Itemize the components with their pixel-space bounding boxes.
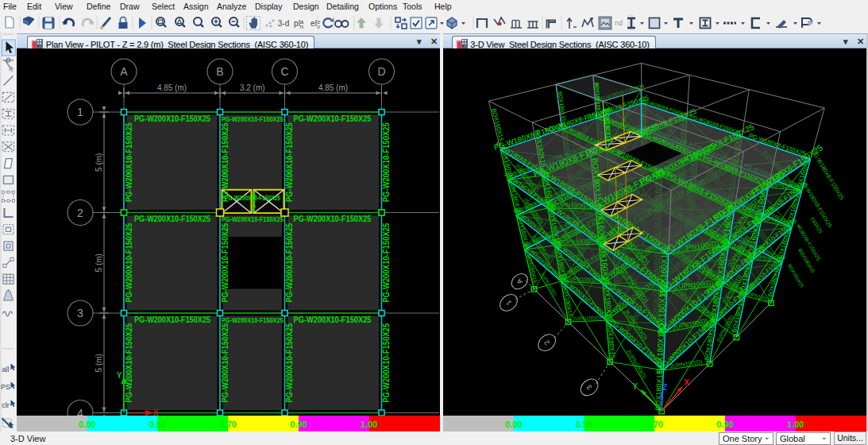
svg-text:0.90: 0.90 xyxy=(716,420,733,429)
svg-text:2UPN100(D): 2UPN100(D) xyxy=(560,238,595,246)
svg-text:PG-W200X10-F150X25: PG-W200X10-F150X25 xyxy=(125,222,133,302)
svg-text:PG-W200X10-F150X25: PG-W200X10-F150X25 xyxy=(222,115,284,123)
svg-text:pl: pl xyxy=(294,19,300,28)
svg-text:BOX160X15: BOX160X15 xyxy=(787,264,804,289)
svg-text:150X25: 150X25 xyxy=(809,215,824,234)
svg-text:PG-W200X10-F150X25: PG-W200X10-F150X25 xyxy=(382,122,391,202)
svg-text:1.00: 1.00 xyxy=(787,420,804,429)
svg-text:4: 4 xyxy=(77,407,83,416)
svg-text:A: A xyxy=(120,65,128,78)
svg-text:PG-W200X10-F150X25: PG-W200X10-F150X25 xyxy=(285,122,294,202)
svg-text:3: 3 xyxy=(77,307,83,319)
svg-text:0.50: 0.50 xyxy=(576,420,592,429)
svg-text:PG-W200X10-F150X25: PG-W200X10-F150X25 xyxy=(285,222,294,302)
svg-text:D: D xyxy=(377,65,385,78)
svg-text:0.70: 0.70 xyxy=(646,420,662,429)
svg-text:PG-W200X10-F150X25: PG-W200X10-F150X25 xyxy=(134,315,210,324)
svg-text:BOX160X15: BOX160X15 xyxy=(658,250,669,296)
svg-text:0.50: 0.50 xyxy=(149,420,166,429)
svg-text:PG-W200X10-F150X25: PG-W200X10-F150X25 xyxy=(294,315,372,324)
svg-text:5 (m): 5 (m) xyxy=(95,354,103,372)
svg-text:PG-W200X10-F150X25: PG-W200X10-F150X25 xyxy=(285,323,294,402)
svg-text:PG-W180X8-F150X25: PG-W180X8-F150X25 xyxy=(810,149,846,201)
svg-text:C: C xyxy=(280,65,288,78)
svg-text:Y: Y xyxy=(632,382,638,391)
svg-text:3: 3 xyxy=(585,383,594,391)
svg-text:4.85 (m): 4.85 (m) xyxy=(157,83,187,92)
svg-text:PG-W200X10-F150X25: PG-W200X10-F150X25 xyxy=(134,215,210,223)
svg-text:nd: nd xyxy=(615,19,623,27)
svg-text:Z: Z xyxy=(662,383,667,392)
svg-text:PG-W200X10-F150X25: PG-W200X10-F150X25 xyxy=(382,222,391,302)
svg-text:4.85 (m): 4.85 (m) xyxy=(318,83,348,92)
svg-text:n: n xyxy=(300,23,303,30)
svg-text:2: 2 xyxy=(77,207,83,219)
svg-text:5 (m): 5 (m) xyxy=(95,153,103,172)
svg-text:PG-W200X10-F150X25: PG-W200X10-F150X25 xyxy=(294,114,372,123)
svg-text:PG-W200X10-F150X25: PG-W200X10-F150X25 xyxy=(125,323,133,402)
svg-text:1: 1 xyxy=(77,106,83,118)
svg-text:2: 2 xyxy=(542,339,551,346)
svg-text:PG-W200X10-F150X25: PG-W200X10-F150X25 xyxy=(222,215,284,223)
svg-text:PS: PS xyxy=(1,383,10,391)
svg-text:0.70: 0.70 xyxy=(219,420,236,429)
svg-text:3-d: 3-d xyxy=(278,19,289,28)
svg-text:clr: clr xyxy=(2,401,10,409)
svg-text:PG-W200X10-F150X25: PG-W200X10-F150X25 xyxy=(134,114,210,123)
svg-text:3.2 (m): 3.2 (m) xyxy=(240,83,265,92)
svg-text:PG-W200X10-F150X25: PG-W200X10-F150X25 xyxy=(222,316,284,324)
svg-text:PG-W200X10-F150X25: PG-W200X10-F150X25 xyxy=(221,122,230,202)
svg-text:all: all xyxy=(2,366,9,373)
svg-text:el: el xyxy=(311,19,317,28)
svg-text:PG-W200: PG-W200 xyxy=(250,191,257,211)
svg-text:PG-W200X10-F150X25: PG-W200X10-F150X25 xyxy=(382,323,391,402)
svg-text:B: B xyxy=(216,65,223,78)
svg-text:0.90: 0.90 xyxy=(290,420,307,429)
svg-text:A: A xyxy=(515,277,525,286)
svg-text:Y: Y xyxy=(117,371,122,380)
svg-text:X: X xyxy=(684,378,689,387)
svg-text:PG-W200X10-F150X25: PG-W200X10-F150X25 xyxy=(294,215,372,223)
svg-text:1.00: 1.00 xyxy=(361,420,377,429)
svg-text:PG-W200X10-F150X25: PG-W200X10-F150X25 xyxy=(221,222,230,302)
svg-text:5 (m): 5 (m) xyxy=(95,253,103,272)
svg-text:PG-W200X10-F150X25: PG-W200X10-F150X25 xyxy=(221,323,230,402)
svg-text:X: X xyxy=(153,408,159,416)
svg-text:1: 1 xyxy=(504,299,513,307)
svg-text:PG-W200X10-F150X25: PG-W200X10-F150X25 xyxy=(125,122,133,202)
svg-text:0.00: 0.00 xyxy=(505,420,522,429)
svg-text:BOX180X15: BOX180X15 xyxy=(490,108,505,142)
svg-text:0.00: 0.00 xyxy=(79,420,95,429)
